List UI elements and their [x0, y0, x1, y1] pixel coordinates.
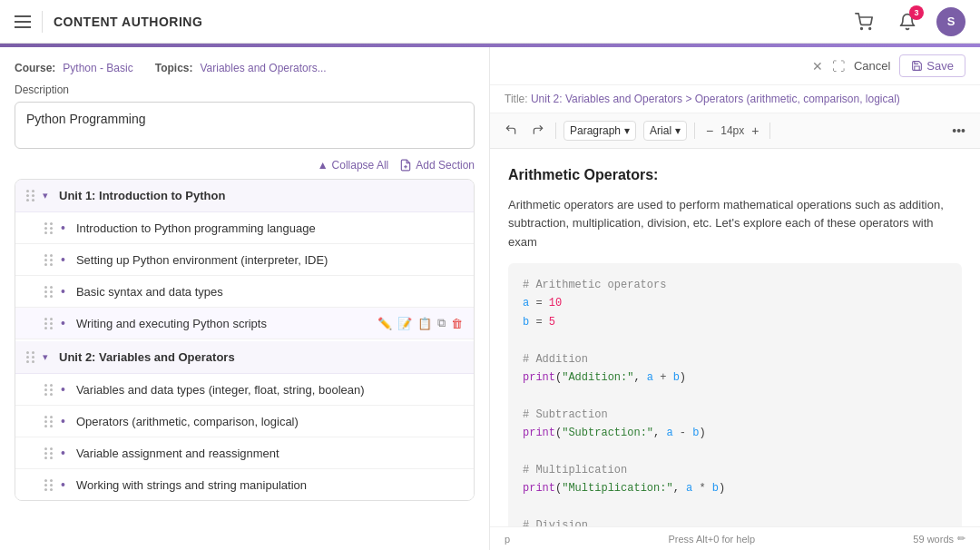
drag-handle-icon — [44, 254, 54, 266]
list-item[interactable]: • Setting up Python environment (interpr… — [15, 244, 474, 276]
editor-content[interactable]: Arithmetic Operators: Arithmetic operato… — [490, 149, 980, 526]
notification-button[interactable]: 3 — [893, 7, 922, 36]
drag-handle-icon — [44, 222, 54, 234]
lesson-title: Basic syntax and data types — [76, 285, 463, 299]
add-section-button[interactable]: Add Section — [399, 159, 475, 172]
lesson-title: Operators (arithmetic, comparison, logic… — [76, 415, 463, 428]
topics-label: Topics: — [155, 62, 193, 74]
list-item[interactable]: • Variables and data types (integer, flo… — [15, 374, 474, 406]
list-item[interactable]: • Basic syntax and data types — [15, 276, 474, 308]
undo-button[interactable] — [501, 122, 521, 141]
edit-alt-icon[interactable]: 📝 — [397, 317, 412, 330]
decrease-font-button[interactable]: − — [702, 122, 717, 140]
cancel-button[interactable]: Cancel — [854, 59, 890, 73]
drag-handle-icon — [26, 351, 35, 363]
avatar[interactable]: S — [936, 7, 965, 36]
drag-handle-icon — [44, 416, 54, 427]
paragraph-select[interactable]: Paragraph ▾ — [564, 121, 636, 141]
copy-icon[interactable]: 📋 — [417, 317, 432, 330]
redo-button[interactable] — [528, 122, 548, 141]
collapse-all-button[interactable]: ▲ Collapse All — [318, 159, 389, 172]
drag-handle-icon — [44, 479, 54, 491]
lesson-title: Working with strings and string manipula… — [76, 478, 463, 492]
menu-icon[interactable] — [15, 15, 31, 28]
svg-point-1 — [869, 27, 871, 29]
notification-badge: 3 — [909, 5, 924, 20]
drag-handle-icon — [26, 190, 35, 201]
collapse-row: ▲ Collapse All Add Section — [15, 159, 475, 172]
minimize-icon[interactable]: ✕ — [812, 59, 823, 74]
list-item[interactable]: • Writing and executing Python scripts ✏… — [15, 308, 474, 339]
bullet-icon: • — [61, 252, 65, 267]
course-header: Course: Python - Basic Topics: Variables… — [15, 62, 475, 74]
drag-handle-icon — [44, 384, 54, 396]
unit-row[interactable]: ▾ Unit 2: Variables and Operators — [15, 341, 474, 374]
title-path: Unit 2: Variables and Operators > Operat… — [531, 93, 900, 105]
edit-icon[interactable]: ✏️ — [377, 317, 392, 330]
increase-font-button[interactable]: + — [748, 122, 762, 140]
editor-toolbar: Paragraph ▾ Arial ▾ − 14px + ••• — [490, 113, 980, 149]
code-block: # Arithmetic operators a = 10 b = 5 # Ad… — [508, 263, 962, 526]
maximize-icon[interactable]: ⛶ — [832, 59, 845, 74]
course-outline: ▾ Unit 1: Introduction to Python • Intro… — [15, 179, 475, 501]
lesson-title: Variable assignment and reassignment — [76, 447, 463, 460]
unit-title: Unit 2: Variables and Operators — [59, 350, 235, 364]
drag-handle-icon — [44, 318, 54, 329]
unit-row[interactable]: ▾ Unit 1: Introduction to Python — [15, 180, 474, 212]
list-item[interactable]: • Operators (arithmetic, comparison, log… — [15, 406, 474, 437]
word-count: 59 words ✏ — [913, 533, 965, 545]
nav-icons: 3 S — [849, 7, 965, 36]
chevron-down-icon: ▾ — [675, 124, 681, 137]
lesson-title: Writing and executing Python scripts — [76, 317, 370, 330]
save-button[interactable]: Save — [899, 54, 965, 77]
drag-handle-icon — [44, 447, 54, 459]
chevron-down-icon: ▾ — [43, 190, 48, 201]
font-size-controls: − 14px + — [702, 122, 762, 140]
left-panel: Course: Python - Basic Topics: Variables… — [0, 47, 490, 550]
nav-divider — [42, 11, 43, 33]
more-options-button[interactable]: ••• — [948, 122, 969, 140]
footer-help: Press Alt+0 for help — [510, 534, 913, 545]
lesson-title: Variables and data types (integer, float… — [76, 383, 463, 397]
toolbar-divider — [769, 123, 770, 139]
bullet-icon: • — [61, 446, 65, 460]
lesson-actions: ✏️ 📝 📋 ⧉ 🗑 — [377, 316, 463, 330]
title-label: Title: — [505, 93, 528, 105]
lesson-title: Introduction to Python programming langu… — [76, 221, 463, 235]
bullet-icon: • — [61, 414, 65, 428]
drag-handle-icon — [44, 286, 54, 298]
duplicate-icon[interactable]: ⧉ — [437, 316, 446, 330]
editor-top-bar: ✕ ⛶ Cancel Save — [490, 47, 980, 85]
bullet-icon: • — [61, 316, 65, 330]
app-title: CONTENT AUTHORING — [54, 15, 838, 29]
font-select[interactable]: Arial ▾ — [643, 121, 687, 141]
editor-footer: p Press Alt+0 for help 59 words ✏ — [490, 526, 980, 550]
unit-title: Unit 1: Introduction to Python — [59, 189, 225, 202]
main-content: Course: Python - Basic Topics: Variables… — [0, 47, 980, 550]
editor-paragraph: Arithmetic operators are used to perform… — [508, 196, 962, 252]
chevron-up-icon: ▲ — [318, 159, 328, 172]
content-title-bar: Title: Unit 2: Variables and Operators >… — [490, 85, 980, 113]
course-label: Course: — [15, 62, 55, 74]
chevron-down-icon: ▾ — [624, 124, 630, 137]
right-panel: ✕ ⛶ Cancel Save Title: Unit 2: Variables… — [490, 47, 980, 550]
topics-value: Variables and Operators... — [201, 62, 327, 74]
list-item[interactable]: • Working with strings and string manipu… — [15, 469, 474, 500]
cart-button[interactable] — [849, 7, 878, 36]
list-item[interactable]: • Variable assignment and reassignment — [15, 437, 474, 469]
top-nav: CONTENT AUTHORING 3 S — [0, 0, 980, 44]
description-label: Description — [15, 83, 475, 96]
bullet-icon: • — [61, 382, 65, 397]
editor-heading: Arithmetic Operators: — [508, 163, 962, 187]
bullet-icon: • — [61, 477, 65, 492]
list-item[interactable]: • Introduction to Python programming lan… — [15, 212, 474, 244]
edit-icon[interactable]: ✏ — [957, 533, 965, 545]
bullet-icon: • — [61, 284, 65, 299]
svg-point-0 — [861, 27, 863, 29]
description-input[interactable] — [15, 102, 475, 149]
delete-icon[interactable]: 🗑 — [451, 317, 463, 330]
course-value: Python - Basic — [63, 62, 132, 74]
bullet-icon: • — [61, 221, 65, 235]
lesson-title: Setting up Python environment (interpret… — [76, 253, 463, 267]
font-size-value: 14px — [720, 124, 744, 137]
